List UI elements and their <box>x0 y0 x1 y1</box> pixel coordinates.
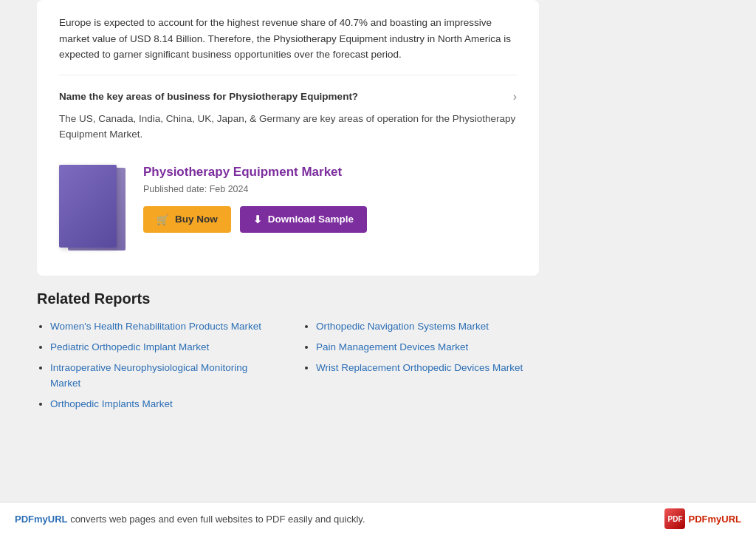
product-title: Physiotherapy Equipment Market <box>143 165 517 180</box>
footer-logo-text: PDFmyURL <box>688 514 741 525</box>
list-item: Pain Management Devices Market <box>316 340 539 355</box>
product-block: Physiotherapy Equipment Market Published… <box>59 165 517 253</box>
faq-question-row[interactable]: Name the key areas of business for Physi… <box>59 90 517 103</box>
list-item: Wrist Replacement Orthopedic Devices Mar… <box>316 361 539 375</box>
published-date: Published date: Feb 2024 <box>143 184 517 194</box>
download-label: Download Sample <box>268 214 354 225</box>
list-item: Pediatric Orthopedic Implant Market <box>50 340 273 355</box>
reports-left-column: Women's Health Rehabilitation Products M… <box>37 319 273 418</box>
related-reports-heading: Related Reports <box>37 290 539 307</box>
faq-section: Name the key areas of business for Physi… <box>59 75 517 143</box>
list-item: Orthopedic Implants Market <box>50 397 273 412</box>
faq-answer-text: The US, Canada, India, China, UK, Japan,… <box>59 111 517 143</box>
buy-now-label: Buy Now <box>175 214 218 225</box>
cart-icon: 🛒 <box>157 214 169 225</box>
footer-logo: PDF PDFmyURL <box>664 508 741 529</box>
chevron-right-icon: › <box>513 90 517 103</box>
download-sample-button[interactable]: ⬇ Download Sample <box>240 206 367 233</box>
list-item: Orthopedic Navigation Systems Market <box>316 319 539 334</box>
report-link[interactable]: Women's Health Rehabilitation Products M… <box>50 321 261 332</box>
book-cover <box>59 165 126 253</box>
footer-bar: PDFmyURL converts web pages and even ful… <box>0 502 756 535</box>
reports-left-list: Women's Health Rehabilitation Products M… <box>37 319 273 412</box>
related-reports-section: Related Reports Women's Health Rehabilit… <box>37 290 539 432</box>
report-link[interactable]: Pediatric Orthopedic Implant Market <box>50 341 209 352</box>
footer-text: PDFmyURL converts web pages and even ful… <box>15 514 365 525</box>
report-link[interactable]: Orthopedic Navigation Systems Market <box>316 321 489 332</box>
book-front <box>59 165 117 248</box>
report-link[interactable]: Wrist Replacement Orthopedic Devices Mar… <box>316 362 523 373</box>
main-content: Europe is expected to account for the hi… <box>37 0 539 535</box>
button-row: 🛒 Buy Now ⬇ Download Sample <box>143 206 517 233</box>
list-item: Intraoperative Neurophysiological Monito… <box>50 361 273 391</box>
report-link[interactable]: Orthopedic Implants Market <box>50 398 173 409</box>
right-sidebar <box>539 0 753 535</box>
report-link[interactable]: Intraoperative Neurophysiological Monito… <box>50 362 247 388</box>
intro-paragraph: Europe is expected to account for the hi… <box>59 15 517 63</box>
reports-right-column: Orthopedic Navigation Systems MarketPain… <box>303 319 539 418</box>
buy-now-button[interactable]: 🛒 Buy Now <box>143 206 231 233</box>
pdfmyurl-link[interactable]: PDFmyURL <box>15 514 68 525</box>
faq-question-text: Name the key areas of business for Physi… <box>59 91 506 102</box>
reports-right-list: Orthopedic Navigation Systems MarketPain… <box>303 319 539 376</box>
footer-logo-icon: PDF <box>664 508 685 529</box>
download-icon: ⬇ <box>253 214 262 225</box>
footer-description: converts web pages and even full website… <box>70 514 365 525</box>
list-item: Women's Health Rehabilitation Products M… <box>50 319 273 334</box>
left-sidebar <box>0 0 37 535</box>
report-link[interactable]: Pain Management Devices Market <box>316 341 468 352</box>
product-info: Physiotherapy Equipment Market Published… <box>143 165 517 233</box>
reports-columns: Women's Health Rehabilitation Products M… <box>37 319 539 418</box>
content-card: Europe is expected to account for the hi… <box>37 0 539 276</box>
